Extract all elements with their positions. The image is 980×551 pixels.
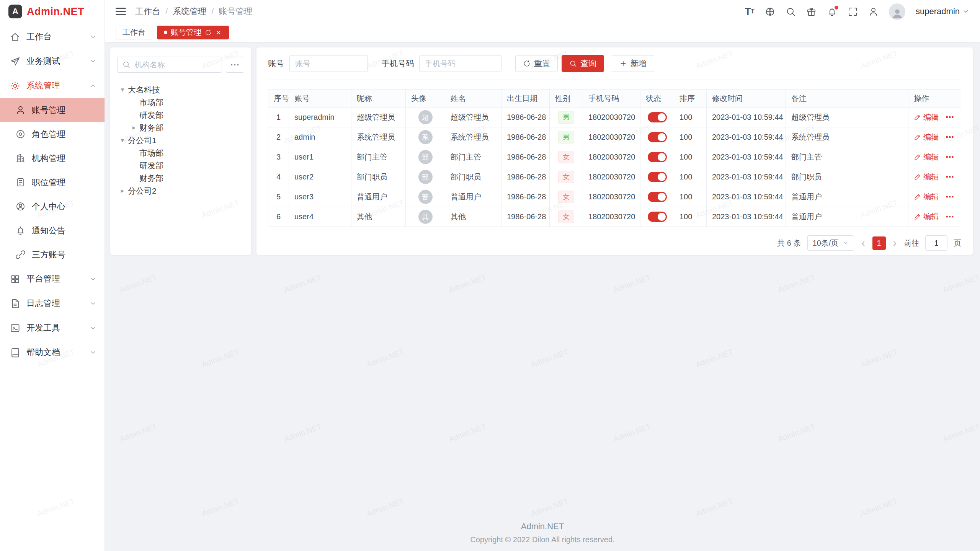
sidebar-subitem-role-manage[interactable]: 角色管理 <box>0 122 105 146</box>
page-size-value: 10条/页 <box>813 238 839 248</box>
breadcrumb: 工作台/系统管理/账号管理 <box>135 6 252 17</box>
sidebar-item-platform-manage[interactable]: 平台管理 <box>0 267 105 291</box>
page-size-select[interactable]: 10条/页 <box>807 235 854 251</box>
row-more-button[interactable]: ⋯ <box>946 112 954 122</box>
column-header: 昵称 <box>351 90 406 108</box>
tab-close-icon[interactable]: × <box>215 29 222 36</box>
app-logo[interactable]: A Admin.NET <box>0 0 105 23</box>
send-icon <box>10 56 20 67</box>
tree-node[interactable]: 市场部 <box>117 147 244 159</box>
caret-down-icon[interactable]: ▾ <box>117 86 128 94</box>
tab-account-manage[interactable]: 账号管理× <box>157 26 229 39</box>
account-input[interactable] <box>289 55 368 72</box>
reset-button[interactable]: 重置 <box>515 55 558 72</box>
org-search-input[interactable] <box>117 57 222 73</box>
user-avatar[interactable] <box>889 3 905 20</box>
goto-page-input[interactable] <box>925 235 947 251</box>
row-more-button[interactable]: ⋯ <box>946 212 954 222</box>
row-avatar: 系 <box>418 130 433 144</box>
sidebar-subitem-account-manage[interactable]: 账号管理 <box>0 98 105 122</box>
sidebar-item-label: 系统管理 <box>26 80 89 91</box>
tree-node[interactable]: ▸分公司2 <box>117 184 244 197</box>
footer-title: Admin.NET <box>105 522 980 531</box>
terminal-icon <box>10 323 20 333</box>
status-toggle[interactable] <box>648 192 667 202</box>
edit-button[interactable]: 编辑 <box>914 192 939 202</box>
cell-modified: 2023-01-03 10:59:44 <box>707 187 786 207</box>
sidebar-item-workbench[interactable]: 工作台 <box>0 24 105 49</box>
tree-node[interactable]: ▸财务部 <box>117 121 244 134</box>
tab-refresh-icon[interactable] <box>205 29 212 36</box>
profile-user-icon[interactable] <box>868 7 879 17</box>
sidebar-item-label: 平台管理 <box>26 273 89 285</box>
main-column: 工作台/系统管理/账号管理 TT superadmin 工作台账号管理× <box>105 0 980 551</box>
gift-icon[interactable] <box>806 7 817 17</box>
building-icon <box>15 153 26 163</box>
cell-status <box>640 147 674 167</box>
row-more-button[interactable]: ⋯ <box>946 172 954 182</box>
phone-input[interactable] <box>419 55 501 72</box>
sidebar-item-business-test[interactable]: 业务测试 <box>0 49 105 73</box>
tree-node[interactable]: 研发部 <box>117 159 244 172</box>
font-size-icon[interactable]: TT <box>745 7 755 17</box>
tree-node[interactable]: ▾大名科技 <box>117 83 244 96</box>
fullscreen-icon[interactable] <box>848 7 858 17</box>
tree-node[interactable]: ▾分公司1 <box>117 134 244 147</box>
cell-gender: 女 <box>550 167 583 187</box>
caret-down-icon[interactable]: ▾ <box>117 136 128 144</box>
sidebar-subitem-notice[interactable]: 通知公告 <box>0 218 105 243</box>
status-toggle[interactable] <box>648 152 667 162</box>
cell-operations: 编辑⋯ <box>908 108 961 127</box>
badge-icon <box>15 177 26 187</box>
table-row: 2admin系统管理员系系统管理员1986-06-28男180200307201… <box>268 127 961 147</box>
status-toggle[interactable] <box>648 112 667 122</box>
row-more-button[interactable]: ⋯ <box>946 152 954 162</box>
profile-icon <box>15 201 26 212</box>
sidebar-item-help-docs[interactable]: 帮助文档 <box>0 340 105 365</box>
page-button-1[interactable]: 1 <box>872 236 886 250</box>
edit-button[interactable]: 编辑 <box>914 212 939 222</box>
status-toggle[interactable] <box>648 212 667 222</box>
tree-node[interactable]: 市场部 <box>117 96 244 109</box>
row-more-button[interactable]: ⋯ <box>946 192 954 202</box>
sidebar-item-system-manage[interactable]: 系统管理 <box>0 73 105 98</box>
edit-icon <box>914 173 921 181</box>
caret-right-icon[interactable]: ▸ <box>117 187 128 195</box>
chevron-down-icon <box>89 324 97 332</box>
home-icon <box>10 32 20 42</box>
language-icon[interactable] <box>765 7 775 17</box>
sidebar-item-log-manage[interactable]: 日志管理 <box>0 291 105 316</box>
status-toggle[interactable] <box>648 172 667 182</box>
edit-button[interactable]: 编辑 <box>914 112 939 122</box>
edit-button[interactable]: 编辑 <box>914 152 939 162</box>
search-button[interactable]: 查询 <box>562 55 604 72</box>
caret-right-icon[interactable]: ▸ <box>129 124 139 132</box>
cell-gender: 男 <box>550 108 583 127</box>
chevron-down-icon <box>843 240 849 246</box>
edit-button[interactable]: 编辑 <box>914 172 939 182</box>
tab-label: 账号管理 <box>171 27 201 37</box>
tree-node[interactable]: 研发部 <box>117 109 244 121</box>
sidebar-item-dev-tools[interactable]: 开发工具 <box>0 316 105 340</box>
search-icon[interactable] <box>786 7 796 17</box>
user-menu[interactable]: superadmin <box>916 7 969 16</box>
sidebar-subitem-third-account[interactable]: 三方账号 <box>0 243 105 267</box>
row-more-button[interactable]: ⋯ <box>946 132 954 142</box>
edit-button[interactable]: 编辑 <box>914 132 939 142</box>
sidebar-subitem-personal-center[interactable]: 个人中心 <box>0 194 105 218</box>
breadcrumb-item[interactable]: 账号管理 <box>219 6 252 17</box>
tree-more-button[interactable]: ⋯ <box>226 57 244 73</box>
add-button[interactable]: 新增 <box>612 55 654 72</box>
column-header: 头像 <box>406 90 445 108</box>
next-page-button[interactable]: › <box>892 238 898 248</box>
status-toggle[interactable] <box>648 132 667 142</box>
menu-collapse-icon[interactable] <box>116 8 126 15</box>
tree-node[interactable]: 财务部 <box>117 172 244 184</box>
sidebar-subitem-position-manage[interactable]: 职位管理 <box>0 170 105 194</box>
breadcrumb-item[interactable]: 工作台 <box>135 6 160 17</box>
notification-bell-icon[interactable] <box>827 7 837 17</box>
breadcrumb-item[interactable]: 系统管理 <box>173 6 206 17</box>
tab-workbench[interactable]: 工作台 <box>116 26 152 39</box>
prev-page-button[interactable]: ‹ <box>860 238 866 248</box>
sidebar-subitem-org-manage[interactable]: 机构管理 <box>0 146 105 170</box>
